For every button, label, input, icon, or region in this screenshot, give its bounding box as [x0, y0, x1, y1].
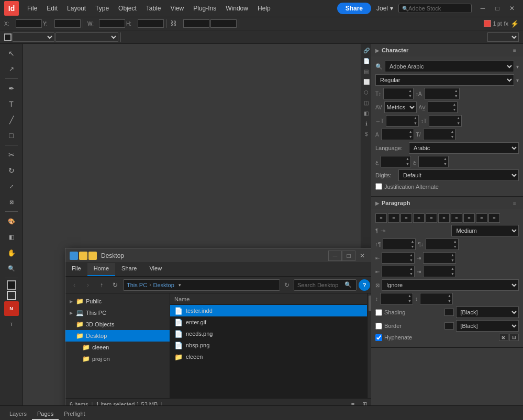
rotation-input[interactable] — [183, 19, 209, 28]
ind3-down[interactable]: ▼ — [408, 271, 414, 277]
space-after-input[interactable]: 0 mm — [426, 241, 452, 247]
stroke-tool[interactable] — [7, 291, 16, 300]
free-transform-tool[interactable]: ⊠ — [4, 195, 19, 209]
baseline-up[interactable]: ▲ — [408, 129, 414, 134]
ind1-down[interactable]: ▼ — [408, 258, 414, 263]
sidebar-item-thispc[interactable]: ▶ 💻 This PC — [65, 307, 170, 319]
baseline-down[interactable]: ▼ — [408, 134, 414, 140]
ara-down-1[interactable]: ▼ — [405, 162, 410, 167]
align-strip-icon[interactable]: ▤ — [362, 67, 371, 75]
font-family-dropdown[interactable]: Adobe Arabic — [385, 61, 514, 72]
lightning-icon[interactable]: ⚡ — [510, 20, 519, 28]
canvas-area[interactable]: 🔗 📄 ▤ ⬜ ⬡ ◫ ◧ ℹ $ Deskt — [23, 44, 371, 405]
file-row-needs[interactable]: 📄 needs.png — [170, 328, 367, 339]
font-size-up[interactable]: ▲ — [407, 88, 413, 94]
window-close[interactable]: ✕ — [505, 3, 519, 14]
menu-table[interactable]: Table — [142, 3, 165, 14]
scissors-tool[interactable]: ✂ — [4, 147, 19, 162]
dollar-icon[interactable]: $ — [362, 130, 371, 138]
menu-plugins[interactable]: Plug-Ins — [189, 3, 220, 14]
frame-tool[interactable]: N — [4, 301, 19, 316]
sb-up[interactable]: ▲ — [409, 239, 415, 244]
paragraph-panel-header[interactable]: ▶ Paragraph ≡ — [371, 197, 523, 209]
digits-select[interactable]: Default — [398, 169, 519, 181]
align-left2-btn[interactable]: ≡ — [426, 213, 437, 223]
pages-strip-icon[interactable]: 📄 — [362, 56, 371, 65]
zoom-dropdown[interactable] — [487, 32, 519, 42]
gradient-tool[interactable]: ◧ — [4, 230, 19, 244]
stroke-swatch[interactable] — [4, 33, 12, 41]
nav-forward-btn[interactable]: › — [82, 279, 94, 291]
y-input[interactable] — [54, 19, 81, 28]
address-segment-desktop[interactable]: Desktop — [153, 282, 174, 288]
pen-tool[interactable]: ✒ — [4, 81, 19, 96]
indent4-spinbox[interactable]: 0 mm ▲ ▼ — [423, 266, 456, 277]
leading-up[interactable]: ▲ — [453, 88, 459, 94]
sb-down[interactable]: ▼ — [409, 244, 415, 249]
val3-spinbox[interactable]: 0 ▲ ▼ — [380, 293, 413, 304]
sidebar-item-public[interactable]: ▶ 📁 Public — [65, 296, 170, 307]
ara-down-2[interactable]: ▼ — [442, 162, 448, 167]
ind4-up[interactable]: ▲ — [450, 266, 455, 271]
indent4-input[interactable]: 0 mm — [424, 268, 450, 275]
file-row-tester[interactable]: 📄 tester.indd — [170, 305, 367, 316]
scale-v-spinbox[interactable]: 100% ▲ ▼ — [429, 115, 462, 127]
ind2-up[interactable]: ▲ — [450, 253, 455, 258]
nav-refresh-btn[interactable]: ↻ — [109, 279, 121, 291]
constrain-proportions-icon[interactable]: ⛓ — [169, 18, 179, 29]
files-list[interactable]: 📄 tester.indd 📄 enter.gif 📄 needs.png — [170, 305, 367, 398]
menu-file[interactable]: File — [23, 3, 41, 14]
h-input[interactable] — [138, 19, 164, 28]
tab-pages[interactable]: Pages — [32, 408, 59, 420]
ara-input-2[interactable]: 0 — [419, 158, 442, 165]
scale-h-down[interactable]: ▼ — [413, 121, 418, 126]
scale-v-input[interactable]: 100% — [429, 118, 455, 124]
tile-view-btn[interactable]: ⊞ — [360, 400, 369, 406]
border-color-select[interactable]: [Black] — [456, 320, 519, 332]
font-size-spinbox[interactable]: 12 pt ▲ ▼ — [383, 88, 414, 99]
ara-up-2[interactable]: ▲ — [442, 156, 448, 162]
scale-v-down[interactable]: ▼ — [455, 121, 461, 126]
indent1-input[interactable]: 0 mm — [382, 255, 408, 261]
w-input[interactable] — [99, 19, 125, 28]
nav-up-btn[interactable]: ↑ — [96, 279, 107, 291]
hand-tool[interactable]: ✋ — [4, 245, 19, 260]
fill-tool[interactable] — [7, 280, 16, 290]
sidebar-item-cleeen[interactable]: 📁 cleeen — [65, 342, 170, 353]
skew-up[interactable]: ▲ — [450, 129, 455, 134]
baseline-spinbox[interactable]: 0 pt ▲ ▼ — [381, 129, 414, 140]
share-button[interactable]: Share — [337, 3, 371, 14]
search-box[interactable]: 🔍 — [294, 279, 357, 291]
val3-up[interactable]: ▲ — [407, 293, 413, 299]
rotate-tool[interactable]: ↻ — [4, 163, 19, 178]
nav-refresh-icon[interactable]: ↻ — [282, 281, 292, 289]
scale-h-up[interactable]: ▲ — [413, 116, 418, 121]
indent1-spinbox[interactable]: 0 mm ▲ ▼ — [382, 252, 415, 264]
skew-spinbox[interactable]: 0° ▲ ▼ — [423, 129, 456, 140]
font-style-dropdown[interactable]: Regular — [375, 74, 514, 86]
align-left-btn[interactable]: ≡ — [375, 213, 387, 223]
indent2-input[interactable]: 0 mm — [424, 255, 450, 261]
menu-window[interactable]: Window — [221, 3, 252, 14]
baseline-input[interactable]: 0 pt — [382, 131, 408, 138]
tracking-spinbox[interactable]: 0 ▲ ▼ — [428, 101, 458, 113]
ribbon-tab-share[interactable]: Share — [115, 263, 143, 276]
scrollbar-thumb[interactable] — [369, 296, 372, 311]
tracking-down[interactable]: ▼ — [452, 107, 458, 112]
character-panel-header[interactable]: ▶ Character ≡ — [371, 44, 523, 56]
border-checkbox[interactable] — [375, 323, 382, 330]
align-justify-btn[interactable]: ≡ — [413, 213, 425, 223]
ribbon-tab-view[interactable]: View — [143, 263, 168, 276]
val4-input[interactable]: 0 — [420, 296, 447, 302]
character-panel-menu[interactable]: ≡ — [510, 46, 519, 54]
font-size-down[interactable]: ▼ — [407, 94, 413, 99]
val3-down[interactable]: ▼ — [407, 299, 413, 304]
nav-back-btn[interactable]: ‹ — [69, 279, 80, 291]
eyedropper-tool[interactable]: 🎨 — [4, 214, 19, 229]
ara-up-1[interactable]: ▲ — [405, 156, 410, 162]
val3-input[interactable]: 0 — [381, 296, 407, 302]
file-row-nbsp[interactable]: 📄 nbsp.png — [170, 339, 367, 351]
line-tool[interactable]: ╱ — [4, 112, 19, 127]
search-input-explorer[interactable] — [297, 282, 344, 288]
ara-input-1[interactable]: 0 — [381, 158, 405, 165]
